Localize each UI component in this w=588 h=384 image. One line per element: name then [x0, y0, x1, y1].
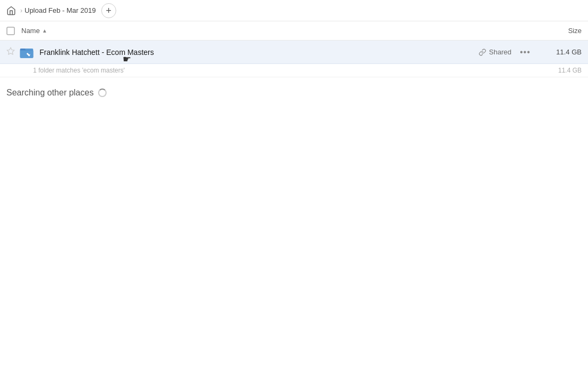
breadcrumb-title: Upload Feb - Mar 2019 [25, 6, 96, 14]
more-options-button[interactable]: ••• [520, 47, 530, 57]
shared-badge: Shared [479, 48, 511, 56]
breadcrumb-separator: › [20, 7, 22, 14]
sort-arrow-icon: ▲ [42, 28, 47, 34]
match-summary-row: 1 folder matches 'ecom masters' 11.4 GB [0, 64, 588, 77]
column-size-header: Size [528, 27, 582, 35]
file-name-label: Franklink Hatchett - Ecom Masters [39, 48, 479, 57]
searching-section: Searching other places [0, 77, 588, 103]
svg-marker-1 [7, 47, 14, 54]
match-text: 1 folder matches 'ecom masters' [33, 67, 539, 74]
shared-label: Shared [489, 48, 511, 56]
column-name-header[interactable]: Name ▲ [21, 27, 528, 35]
file-size-value: 11.4 GB [539, 48, 582, 56]
table-row[interactable]: Franklink Hatchett - Ecom Masters Shared… [0, 41, 588, 64]
searching-label: Searching other places [6, 88, 94, 98]
loading-spinner [98, 89, 107, 97]
add-button[interactable]: + [101, 3, 116, 18]
home-button[interactable] [6, 6, 16, 15]
folder-icon [18, 44, 35, 61]
star-icon[interactable] [6, 47, 18, 57]
match-size: 11.4 GB [539, 67, 582, 74]
svg-rect-3 [20, 50, 34, 58]
header-breadcrumb: › Upload Feb - Mar 2019 + [0, 0, 588, 21]
select-all-checkbox[interactable] [6, 27, 21, 35]
svg-rect-0 [7, 27, 14, 35]
table-header: Name ▲ Size [0, 21, 588, 41]
